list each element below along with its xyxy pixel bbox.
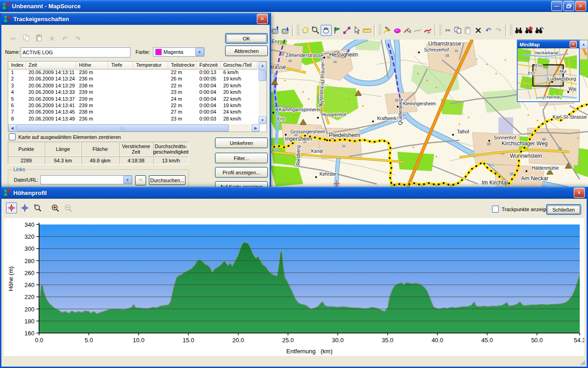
minimap-titlebar[interactable]: MiniMap ✕ [518, 40, 579, 48]
file-url-combobox[interactable]: ▼ [40, 175, 132, 184]
minimap-map[interactable]: NeckarkanalEnzEnzMurLudwigsburgWaiNeckar [518, 48, 577, 99]
track-divide-tool-icon[interactable] [413, 25, 423, 35]
table-row[interactable]: 620.06.2009 14:13:41239 m22 m0:00:0419 k… [8, 103, 266, 109]
cancel-button[interactable]: Abbrechen [225, 46, 268, 56]
table-hscrollbar[interactable]: ◀ |||| ▶ [8, 124, 260, 132]
column-header-Teilstrecke[interactable]: Teilstrecke [168, 62, 197, 69]
undo-icon[interactable]: ↶ [483, 25, 493, 35]
table-row[interactable]: 320.06.2009 14:13:29238 m22 m0:00:0420 k… [8, 83, 266, 89]
cut-icon[interactable]: ✂ [443, 25, 453, 35]
trackpoint-table[interactable]: IndexZeitHöheTiefeTemperaturTeilstreckeF… [8, 61, 267, 132]
restore-button[interactable] [563, 1, 574, 11]
close-profile-button[interactable]: Schließen [546, 204, 581, 215]
column-header-Geschw./Teil[interactable]: Geschw./Teil [220, 62, 257, 69]
zoom-out-tool-icon[interactable] [63, 203, 73, 213]
hand-pan-tool-icon[interactable] [321, 25, 332, 36]
table-row[interactable]: 520.06.2009 14:13:37239 m24 m0:00:0422 k… [8, 96, 266, 103]
color-combobox[interactable]: Magenta ▼ [153, 47, 204, 57]
side-button-filter---[interactable]: Filter... [215, 153, 268, 163]
table-row[interactable]: 220.06.2009 14:13:24236 m26 m0:00:0519 k… [8, 76, 266, 82]
trackpoints-checkbox[interactable] [492, 206, 499, 213]
main-window-titlebar[interactable]: Unbenannt - MapSource — ✕ [0, 0, 588, 12]
resize-grip[interactable] [579, 359, 586, 366]
y-tick-label: 220 [24, 293, 34, 300]
elevation-chart[interactable]: 1601802002202402602803003203400.05.010.0… [4, 218, 584, 356]
zoom-select-tool-icon[interactable] [311, 25, 321, 35]
map-select-tool-icon[interactable] [300, 25, 311, 35]
stats-header-laenge: Länge [45, 142, 81, 156]
side-button-profil-anzeigen---[interactable]: Profil anzeigen... [215, 167, 268, 178]
redo-icon[interactable]: ↷ [493, 25, 503, 35]
undo-icon[interactable]: ↶ [59, 35, 70, 42]
column-header-Zeit[interactable]: Zeit [26, 62, 76, 69]
table-vscroll-thumb[interactable] [259, 70, 266, 81]
pan-crosshair-tool-icon[interactable] [20, 203, 30, 213]
name-input[interactable] [21, 47, 130, 58]
table-row[interactable]: 420.06.2009 14:13:33239 m23 m0:00:0420 k… [8, 89, 266, 96]
profile-titlebar[interactable]: Höhenprofil ✕ [1, 187, 587, 199]
minimap-panel[interactable]: MiniMap ✕ NeckarkanalEnzEnzMurLudwigsbur… [517, 40, 580, 102]
flag-waypoint-tool-icon[interactable] [332, 25, 342, 35]
track-erase-tool-icon[interactable] [392, 25, 402, 35]
side-button-umkehren[interactable]: Umkehren [215, 138, 268, 148]
paste-icon[interactable] [463, 25, 473, 35]
send-to-device-icon[interactable] [270, 25, 280, 35]
toolbar-grip[interactable] [379, 25, 381, 36]
table-cell [133, 109, 168, 115]
route-tool-icon[interactable] [342, 25, 352, 35]
profile-close-x-button[interactable]: ✕ [574, 188, 585, 198]
toolbar-grip[interactable] [439, 25, 442, 36]
track-dialog-close-button[interactable]: ✕ [257, 14, 268, 24]
minimap-close-button[interactable]: ✕ [570, 41, 577, 48]
table-row[interactable]: 120.06.2009 14:13:11230 m22 m0:00:136 km… [8, 69, 266, 76]
find-icon[interactable] [514, 25, 524, 35]
redo-icon[interactable]: ↷ [72, 35, 83, 42]
center-map-checkbox[interactable] [9, 133, 16, 140]
main-toolbar[interactable]: ✂✂↶↷ [270, 22, 588, 39]
copy-icon[interactable] [453, 25, 463, 35]
table-scroll-left[interactable]: ◀ [8, 124, 16, 132]
ruler-tool-icon[interactable] [362, 25, 372, 35]
toolbar-grip[interactable] [297, 25, 300, 36]
ok-button[interactable]: OK [225, 33, 268, 44]
cut-icon[interactable]: ✂ [8, 35, 19, 42]
delete-icon[interactable] [473, 25, 483, 35]
table-scroll-right[interactable]: ▶ [252, 124, 260, 132]
toolbar-grip[interactable] [510, 25, 513, 36]
find-nearest-icon[interactable] [524, 25, 534, 35]
open-link-button[interactable]: ↷ [135, 175, 146, 185]
column-header-Index[interactable]: Index [8, 62, 26, 69]
receive-from-device-icon[interactable] [280, 25, 290, 35]
copy-icon[interactable] [21, 34, 32, 43]
column-header-Fahrzeit[interactable]: Fahrzeit [197, 62, 220, 69]
track-draw-tool-icon[interactable] [382, 25, 392, 35]
column-header-Temperatur[interactable]: Temperatur [133, 62, 168, 69]
measure-crosshair-tool-icon[interactable] [6, 202, 17, 213]
table-hscroll-thumb[interactable]: |||| [17, 124, 229, 132]
find-recent-icon[interactable] [534, 25, 544, 35]
track-dialog-titlebar[interactable]: Trackeigenschaften ✕ [1, 13, 270, 25]
column-header-Höhe[interactable]: Höhe [76, 62, 108, 69]
delete-icon[interactable]: ✕ [46, 35, 57, 42]
file-url-dropdown-button[interactable]: ▼ [123, 176, 132, 184]
table-row[interactable]: 820.06.2009 14:13:49236 m23 m0:00:0328 k… [8, 116, 266, 122]
column-header-Tiefe[interactable]: Tiefe [108, 62, 133, 69]
table-cell: 238 m [76, 83, 108, 89]
table-scroll-up[interactable]: ▲ [259, 62, 266, 69]
minimize-button[interactable]: — [551, 1, 562, 11]
table-row[interactable]: 720.06.2009 14:13:45238 m27 m0:00:0424 k… [8, 109, 266, 115]
map-label: Ingersheim [285, 136, 312, 142]
table-vscrollbar[interactable]: ▲ ▼ [259, 62, 266, 124]
color-dropdown-button[interactable]: ▼ [195, 48, 204, 56]
map-scroll-up-button[interactable]: ▲ [579, 40, 588, 49]
zoom-region-tool-icon[interactable] [33, 203, 43, 213]
close-button[interactable]: ✕ [575, 1, 586, 11]
x-tick-label: 10.0 [133, 337, 144, 344]
track-select-tool-icon[interactable] [402, 25, 413, 35]
table-scroll-down[interactable]: ▼ [259, 116, 266, 124]
selection-arrow-tool-icon[interactable] [352, 25, 362, 35]
paste-icon[interactable] [34, 34, 45, 43]
browse-button[interactable]: Durchsuchen... [149, 175, 186, 185]
track-trim-tool-icon[interactable]: ✂ [423, 25, 433, 35]
zoom-in-tool-icon[interactable] [50, 203, 60, 213]
